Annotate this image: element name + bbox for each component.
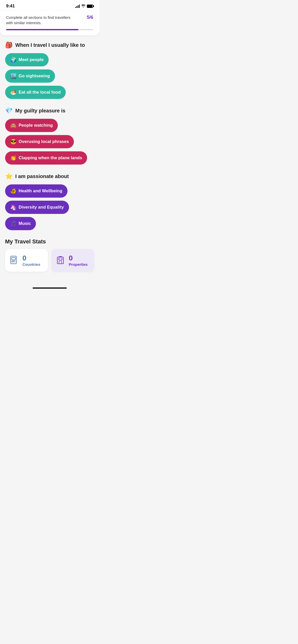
battery-icon	[87, 5, 93, 8]
chip-emoji-clap: 👏	[10, 155, 17, 161]
stat-card-properties[interactable]: 0 Properties	[51, 249, 94, 272]
passport-icon	[9, 255, 19, 266]
chip-label-health: Health and Wellbeing	[19, 188, 62, 194]
section-emoji-guilty: 💎	[5, 107, 13, 114]
chips-row-guilty: 🙈 People watching 😎 Overusing local phra…	[5, 119, 94, 165]
stats-row: 0 Countries 0	[5, 249, 94, 272]
svg-rect-6	[58, 258, 60, 260]
progress-section: Complete all sections to find travellers…	[0, 11, 99, 35]
chip-clapping[interactable]: 👏 Clapping when the plane lands	[5, 151, 87, 165]
progress-counter: 5/6	[87, 15, 93, 20]
chip-label-diversity: Diversity and Equality	[19, 205, 64, 210]
travel-stats-title: My Travel Stats	[5, 238, 94, 245]
chip-diversity[interactable]: 🦄 Diversity and Equality	[5, 201, 69, 214]
chip-label-phrases: Overusing local phrases	[19, 139, 69, 144]
home-bar	[33, 287, 67, 289]
section-travel-activities: 🎒 When I travel I usually like to 🌍 Meet…	[5, 41, 94, 99]
section-title-guilty: 💎 My guilty pleasure is	[5, 107, 94, 114]
status-bar: 9:41	[0, 0, 99, 11]
signal-icon	[75, 4, 80, 8]
chip-health[interactable]: 🐠 Health and Wellbeing	[5, 184, 67, 198]
chip-emoji-health: 🐠	[10, 188, 17, 194]
chip-local-food[interactable]: 🍜 Eat all the local food	[5, 86, 66, 99]
section-heading-travel: When I travel I usually like to	[15, 42, 85, 48]
stat-label-properties: Properties	[69, 262, 88, 267]
section-passionate: ⭐ I am passionate about 🐠 Health and Wel…	[5, 173, 94, 230]
travel-stats-section: My Travel Stats 0 Countries	[5, 238, 94, 272]
chip-music[interactable]: 🎵 Music	[5, 217, 36, 230]
section-guilty-pleasure: 💎 My guilty pleasure is 🙈 People watchin…	[5, 107, 94, 165]
wifi-icon	[81, 4, 85, 8]
chip-label-sight: Go sightseeing	[19, 74, 50, 79]
stat-info-countries: 0 Countries	[22, 254, 40, 267]
chip-emoji-phrases: 😎	[10, 139, 17, 145]
chip-emoji-sight: 🏙️	[10, 73, 17, 79]
section-emoji-travel: 🎒	[5, 41, 13, 49]
svg-rect-5	[59, 261, 62, 264]
chip-label-watching: People watching	[19, 123, 53, 128]
home-indicator	[0, 285, 99, 293]
svg-rect-4	[57, 257, 63, 264]
section-heading-guilty: My guilty pleasure is	[15, 108, 65, 114]
stat-number-countries: 0	[22, 254, 40, 262]
chip-label-music: Music	[19, 221, 31, 226]
svg-rect-7	[61, 258, 62, 260]
main-content: 🎒 When I travel I usually like to 🌍 Meet…	[0, 35, 99, 285]
stat-number-properties: 0	[69, 254, 88, 262]
chip-emoji-music: 🎵	[10, 221, 17, 227]
chip-people-watching[interactable]: 🙈 People watching	[5, 119, 58, 132]
stat-label-countries: Countries	[22, 262, 40, 267]
chip-emoji-meet: 🌍	[10, 57, 17, 63]
progress-text: Complete all sections to find travellers…	[6, 15, 77, 25]
chip-emoji-diversity: 🦄	[10, 204, 17, 210]
chip-emoji-food: 🍜	[10, 89, 17, 95]
chip-local-phrases[interactable]: 😎 Overusing local phrases	[5, 135, 74, 148]
progress-bar	[6, 29, 93, 30]
status-time: 9:41	[6, 4, 15, 9]
chips-row-travel: 🌍 Meet people 🏙️ Go sightseeing 🍜 Eat al…	[5, 53, 94, 99]
building-icon	[56, 255, 65, 266]
section-heading-passionate: I am passionate about	[15, 173, 69, 179]
stat-card-countries[interactable]: 0 Countries	[5, 249, 48, 272]
chip-emoji-watching: 🙈	[10, 122, 17, 128]
stat-info-properties: 0 Properties	[69, 254, 88, 267]
status-icons	[75, 4, 93, 8]
section-title-travel: 🎒 When I travel I usually like to	[5, 41, 94, 49]
svg-rect-1	[12, 257, 15, 260]
chip-label-meet: Meet people	[19, 57, 44, 62]
chip-sightseeing[interactable]: 🏙️ Go sightseeing	[5, 69, 55, 83]
chips-row-passionate: 🐠 Health and Wellbeing 🦄 Diversity and E…	[5, 184, 94, 230]
progress-bar-fill	[6, 29, 78, 30]
chip-label-food: Eat all the local food	[19, 90, 61, 95]
section-title-passionate: ⭐ I am passionate about	[5, 173, 94, 180]
chip-label-clap: Clapping when the plane lands	[19, 155, 82, 160]
chip-meet-people[interactable]: 🌍 Meet people	[5, 53, 49, 66]
section-emoji-passionate: ⭐	[5, 173, 13, 180]
